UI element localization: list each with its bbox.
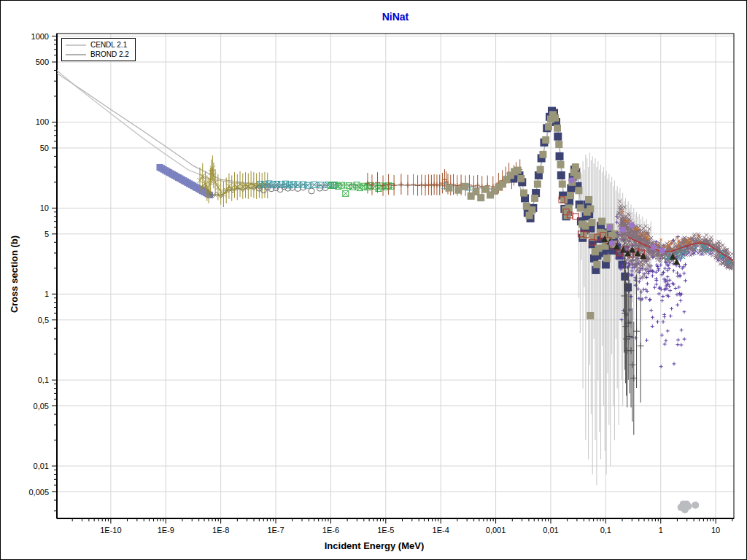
- svg-text:1E-8: 1E-8: [212, 526, 229, 534]
- plot-canvas[interactable]: 1E-101E-91E-81E-71E-61E-51E-40,0010,010,…: [1, 1, 747, 560]
- legend: CENDL 2.1 BROND 2.2: [61, 38, 136, 61]
- legend-line-sample-icon: [66, 44, 86, 46]
- svg-text:1E-7: 1E-7: [267, 526, 284, 534]
- svg-text:0,05: 0,05: [34, 402, 49, 411]
- legend-label: CENDL 2.1: [90, 40, 127, 50]
- svg-text:50: 50: [40, 144, 49, 152]
- series-experiment-sienna-plus: [365, 159, 522, 196]
- svg-text:1: 1: [659, 526, 663, 534]
- legend-label: BROND 2.2: [90, 50, 129, 59]
- svg-text:1E-10: 1E-10: [100, 526, 121, 534]
- svg-text:0,1: 0,1: [600, 526, 611, 534]
- legend-line-sample-icon: [66, 54, 86, 55]
- svg-text:1E-6: 1E-6: [322, 526, 339, 534]
- svg-text:0,005: 0,005: [28, 488, 49, 497]
- svg-text:100: 100: [36, 117, 49, 126]
- svg-text:0,1: 0,1: [38, 376, 49, 384]
- svg-text:5: 5: [44, 230, 49, 238]
- svg-text:1E-9: 1E-9: [158, 526, 174, 534]
- svg-text:10: 10: [40, 203, 49, 212]
- svg-text:1E-5: 1E-5: [377, 526, 394, 534]
- svg-text:1E-4: 1E-4: [433, 526, 449, 534]
- svg-text:0,01: 0,01: [34, 462, 49, 470]
- svg-text:0,001: 0,001: [486, 526, 506, 534]
- svg-text:500: 500: [36, 58, 49, 66]
- y-axis-label: Cross section (b): [9, 236, 20, 313]
- series-gray-minimum-blobs: [678, 500, 700, 513]
- svg-text:1000: 1000: [31, 32, 49, 41]
- data-series: [57, 71, 735, 514]
- plot-window: NiNat 1E-101E-91E-81E-71E-61E-51E-40,001…: [0, 0, 747, 560]
- x-axis-label: Incident Energy (MeV): [1, 540, 747, 551]
- svg-text:0,5: 0,5: [38, 316, 49, 324]
- svg-text:0,01: 0,01: [543, 526, 558, 534]
- series-experiment-green-boxed-crosses: [328, 182, 394, 197]
- svg-text:1: 1: [44, 289, 49, 298]
- legend-item-cendl: CENDL 2.1: [66, 40, 129, 50]
- svg-text:10: 10: [711, 526, 720, 534]
- legend-item-brond: BROND 2.2: [66, 50, 129, 59]
